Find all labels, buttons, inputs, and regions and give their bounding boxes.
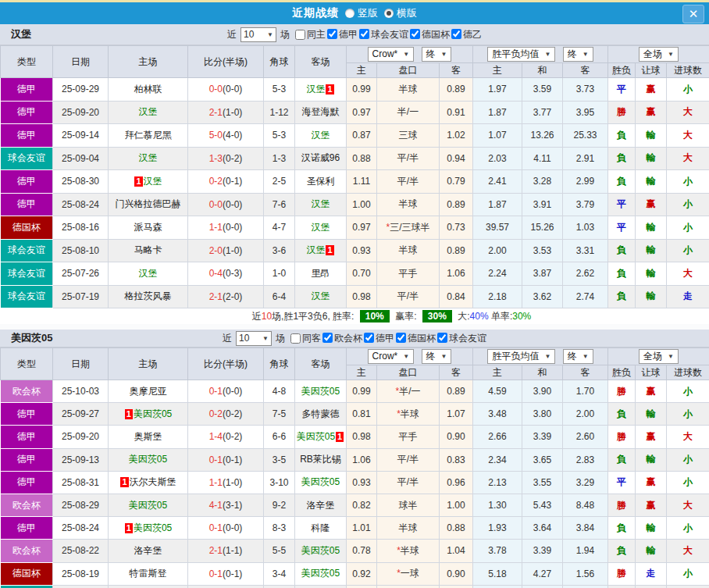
home-team[interactable]: 美因茨05 bbox=[109, 494, 188, 516]
away-team[interactable]: 汉堡1 bbox=[295, 239, 347, 262]
home-team[interactable]: 洛辛堡 bbox=[109, 540, 188, 562]
away-team[interactable]: 汉堡1 bbox=[295, 78, 347, 102]
avg-draw: 5.43 bbox=[522, 494, 563, 516]
home-team[interactable]: 格拉茨风暴 bbox=[109, 285, 188, 308]
corners: 3-5 bbox=[264, 448, 295, 471]
avg-draw: 15.26 bbox=[522, 216, 563, 240]
avg-away: 2.60 bbox=[563, 426, 608, 448]
away-team[interactable]: 汉堡 bbox=[295, 124, 347, 148]
away-team[interactable]: 美因茨051 bbox=[295, 426, 347, 448]
result-outcome: 負 bbox=[608, 403, 636, 426]
home-team[interactable]: 1美因茨05 bbox=[109, 403, 188, 426]
match-count-select[interactable]: 10▼ bbox=[240, 27, 276, 42]
league-checkbox[interactable] bbox=[322, 333, 333, 343]
final-odds-select[interactable]: 终▼ bbox=[422, 349, 452, 364]
away-team[interactable]: 汉堡 bbox=[295, 216, 347, 240]
league-checkbox[interactable] bbox=[359, 29, 369, 39]
result-handicap: 輸 bbox=[636, 403, 667, 426]
home-team[interactable]: 拜仁慕尼黑 bbox=[109, 124, 188, 148]
away-team[interactable]: 洛辛堡 bbox=[295, 494, 347, 516]
away-team[interactable]: 美因茨05 bbox=[295, 380, 347, 403]
scope-select[interactable]: 全场▼ bbox=[639, 47, 679, 62]
avg-home: 5.18 bbox=[473, 562, 522, 585]
layout-radio-vertical[interactable]: 竖版 bbox=[345, 6, 378, 20]
away-team[interactable]: RB莱比锡 bbox=[295, 448, 347, 471]
home-team[interactable]: 马略卡 bbox=[109, 239, 188, 262]
home-team[interactable]: 派马森 bbox=[109, 216, 188, 240]
league-checkbox[interactable] bbox=[410, 29, 420, 39]
home-team[interactable]: 奥摩尼亚 bbox=[109, 380, 188, 403]
home-team[interactable]: 美因茨05 bbox=[109, 448, 188, 471]
league-checkbox[interactable] bbox=[451, 29, 461, 39]
home-team[interactable]: 柏林联 bbox=[109, 78, 188, 102]
league-filter-球会友谊[interactable]: 球会友谊 bbox=[358, 29, 408, 40]
odds-away: 0.89 bbox=[440, 193, 473, 216]
odds-away: 0.79 bbox=[440, 170, 473, 194]
away-team[interactable]: 斯特拉斯堡 bbox=[295, 585, 347, 588]
away-team[interactable]: 美因茨05 bbox=[295, 540, 347, 562]
league-checkbox[interactable] bbox=[437, 333, 447, 343]
home-team[interactable]: 门兴格拉德巴赫 bbox=[109, 193, 188, 216]
home-team[interactable]: 1沃尔夫斯堡 bbox=[109, 471, 188, 494]
final-avg-select[interactable]: 终▼ bbox=[563, 47, 593, 62]
odds-away: 0.91 bbox=[440, 101, 473, 124]
away-team[interactable]: 美因茨05 bbox=[295, 562, 347, 585]
bookmaker-select[interactable]: Crow*▼ bbox=[368, 349, 415, 364]
league-checkbox[interactable] bbox=[396, 333, 406, 343]
avg-home: 1.97 bbox=[473, 78, 522, 102]
away-team[interactable]: 汉诺威96 bbox=[295, 147, 347, 170]
league-checkbox[interactable] bbox=[364, 333, 374, 343]
col-header-type: 类型 bbox=[1, 348, 53, 380]
away-team[interactable]: 海登海默 bbox=[295, 101, 347, 124]
rank-badge: 1 bbox=[134, 176, 142, 187]
league-filter-欧会杯[interactable]: 欧会杯 bbox=[321, 333, 362, 344]
result-outcome: 平 bbox=[608, 216, 636, 240]
match-row: 欧会杯25-08-22洛辛堡2-1(1-1)5-5美因茨050.78*半球1.0… bbox=[1, 540, 709, 562]
bookmaker-select[interactable]: Crow*▼ bbox=[368, 47, 415, 62]
away-team[interactable]: 多特蒙德 bbox=[295, 403, 347, 426]
home-team[interactable]: 汉堡 bbox=[109, 147, 188, 170]
avg-odds-select[interactable]: 胜平负均值▼ bbox=[487, 349, 555, 364]
league-filter-球会友谊[interactable]: 球会友谊 bbox=[436, 333, 486, 344]
corners: 5-3 bbox=[264, 124, 295, 148]
league-filter-德甲[interactable]: 德甲 bbox=[362, 333, 394, 344]
avg-draw: 3.90 bbox=[522, 380, 563, 403]
same-venue-checkbox[interactable] bbox=[295, 30, 305, 40]
away-team[interactable]: 科隆 bbox=[295, 517, 347, 540]
home-team[interactable]: 1汉堡 bbox=[109, 170, 188, 194]
home-team[interactable]: 汉堡 bbox=[109, 101, 188, 124]
league-filter-德国杯[interactable]: 德国杯 bbox=[408, 29, 450, 40]
home-team[interactable]: 奥斯堡 bbox=[109, 426, 188, 448]
home-team[interactable]: 1美因茨05 bbox=[109, 517, 188, 540]
home-team[interactable]: 美因茨05 bbox=[109, 585, 188, 588]
score: 1-1(1-0) bbox=[188, 471, 264, 494]
league-filter-德甲[interactable]: 德甲 bbox=[326, 29, 358, 40]
league-type-badge: 德国杯 bbox=[1, 216, 53, 240]
final-odds-select[interactable]: 终▼ bbox=[422, 47, 452, 62]
away-team[interactable]: 里昂 bbox=[295, 262, 347, 286]
away-team[interactable]: 圣保利 bbox=[295, 170, 347, 194]
sub-header-handicap-result: 让球 bbox=[636, 63, 667, 78]
same-venue-checkbox[interactable] bbox=[290, 333, 301, 344]
avg-odds-select[interactable]: 胜平负均值▼ bbox=[487, 47, 555, 62]
corners: 1-0 bbox=[264, 262, 295, 286]
col-header-score: 比分(半场) bbox=[188, 46, 264, 78]
away-team[interactable]: 汉堡 bbox=[295, 193, 347, 216]
away-team[interactable]: 汉堡 bbox=[295, 285, 347, 308]
odds-handicap: 半球 bbox=[377, 239, 440, 262]
odds-handicap: *三/三球半 bbox=[377, 216, 440, 240]
final-avg-select[interactable]: 终▼ bbox=[563, 349, 593, 364]
league-checkbox[interactable] bbox=[327, 29, 337, 39]
avg-draw: 3.39 bbox=[522, 540, 563, 562]
scope-select[interactable]: 全场▼ bbox=[639, 349, 679, 364]
corners: 4-7 bbox=[264, 216, 295, 240]
league-filter-德乙[interactable]: 德乙 bbox=[450, 29, 482, 40]
match-row: 德国杯25-08-19特雷斯登0-1(0-1)3-4美因茨050.92*一球0.… bbox=[1, 562, 709, 585]
layout-radio-horizontal[interactable]: 横版 bbox=[384, 6, 417, 20]
away-team[interactable]: 美因茨05 bbox=[295, 471, 347, 494]
match-count-select[interactable]: 10▼ bbox=[236, 331, 272, 346]
home-team[interactable]: 汉堡 bbox=[109, 262, 188, 286]
close-button[interactable]: ✕ bbox=[682, 5, 704, 23]
league-filter-德国杯[interactable]: 德国杯 bbox=[394, 333, 436, 344]
home-team[interactable]: 特雷斯登 bbox=[109, 562, 188, 585]
